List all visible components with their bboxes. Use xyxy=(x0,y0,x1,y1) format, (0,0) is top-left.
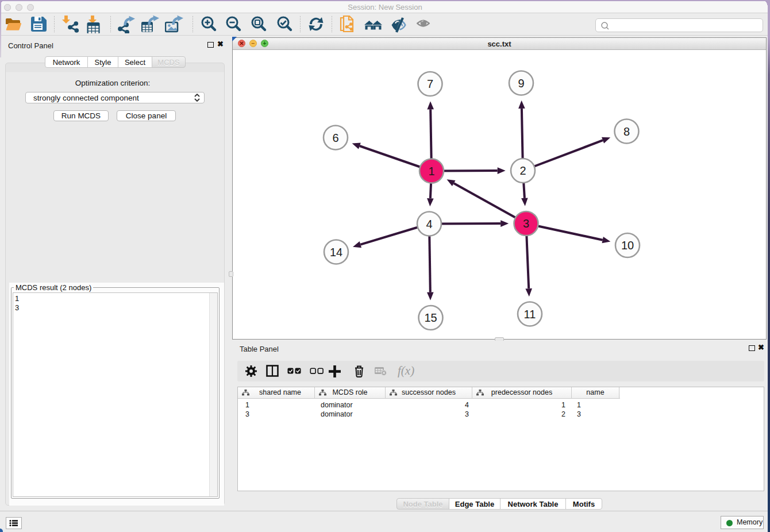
svg-text:6: 6 xyxy=(332,132,338,144)
svg-text:15: 15 xyxy=(424,311,437,324)
svg-text:8: 8 xyxy=(623,125,630,138)
svg-text:4: 4 xyxy=(426,218,432,230)
svg-text:7: 7 xyxy=(427,78,433,90)
svg-text:1: 1 xyxy=(428,165,434,178)
svg-text:3: 3 xyxy=(523,217,529,230)
svg-text:10: 10 xyxy=(621,239,634,252)
svg-text:11: 11 xyxy=(524,308,536,321)
svg-text:9: 9 xyxy=(518,77,524,90)
svg-text:14: 14 xyxy=(330,246,342,259)
svg-text:2: 2 xyxy=(519,164,526,177)
